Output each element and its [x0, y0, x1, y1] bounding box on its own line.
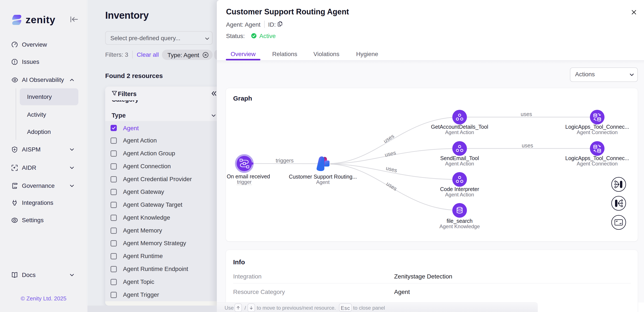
svg-text:file_search: file_search: [447, 218, 473, 224]
svg-text:Customer Support Routing...: Customer Support Routing...: [289, 174, 357, 180]
svg-text:Code Interpreter: Code Interpreter: [440, 186, 479, 192]
svg-text:triggers: triggers: [276, 158, 294, 164]
svg-text:LogicApps_Tool_Connec...: LogicApps_Tool_Connec...: [565, 124, 629, 130]
svg-text:uses: uses: [521, 111, 532, 117]
svg-text:Agent Connection: Agent Connection: [577, 161, 618, 167]
svg-text:Agent: Agent: [316, 179, 330, 185]
svg-text:Agent Connection: Agent Connection: [577, 129, 618, 135]
svg-text:trigger: trigger: [237, 179, 252, 185]
svg-text:uses: uses: [384, 150, 396, 158]
svg-text:Agent Action: Agent Action: [445, 192, 474, 197]
svg-text:GetAccountDetails_Tool: GetAccountDetails_Tool: [431, 124, 488, 130]
svg-text:uses: uses: [522, 142, 533, 148]
svg-text:Agent Action: Agent Action: [445, 129, 474, 135]
svg-text:uses: uses: [382, 133, 395, 144]
svg-text:Agent Knowledge: Agent Knowledge: [440, 223, 480, 229]
svg-text:LogicApps_Tool_Connec...: LogicApps_Tool_Connec...: [565, 155, 629, 161]
svg-text:uses: uses: [385, 165, 398, 173]
svg-text:On email received: On email received: [227, 173, 270, 179]
svg-text:Agent Action: Agent Action: [445, 161, 474, 167]
svg-text:SendEmail_Tool: SendEmail_Tool: [440, 155, 479, 161]
